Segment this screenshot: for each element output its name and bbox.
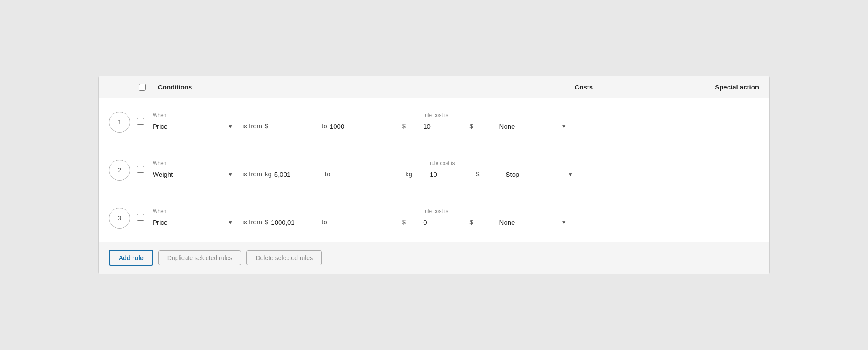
to-unit-label-2: kg: [405, 170, 412, 180]
condition-select-arrow-3: ▼: [228, 220, 233, 226]
special-action-header: Special action: [715, 83, 759, 91]
special-select-1[interactable]: NoneStop: [499, 121, 560, 132]
cost-label-2: rule cost is: [430, 160, 479, 166]
from-unit-label-2: kg: [265, 170, 272, 180]
cost-value-input-2[interactable]: [430, 169, 473, 180]
from-unit-label-3: $: [265, 218, 268, 228]
from-value-input-1[interactable]: [271, 121, 314, 132]
rule-checkbox-1[interactable]: [137, 118, 144, 127]
to-label-2: to: [325, 170, 331, 180]
special-select-arrow-2: ▼: [568, 172, 573, 178]
condition-select-3[interactable]: PriceWeightQuantity: [153, 217, 205, 228]
to-value-input-1[interactable]: [330, 121, 400, 132]
rules-table: Conditions Costs Special action 1 When P…: [98, 76, 770, 274]
special-select-3[interactable]: NoneStop: [499, 217, 560, 228]
select-all-checkbox[interactable]: [139, 84, 146, 91]
to-label-3: to: [321, 218, 327, 228]
when-label-2: When: [153, 160, 236, 166]
rule-number-1: 1: [109, 112, 130, 133]
costs-header: Costs: [574, 83, 593, 91]
when-label-1: When: [153, 112, 236, 118]
to-unit-label-1: $: [402, 122, 406, 132]
rules-container: 1 When PriceWeightQuantity ▼ is f: [99, 98, 769, 242]
to-label-1: to: [321, 122, 327, 132]
conditions-header: Conditions: [158, 83, 192, 91]
condition-select-1[interactable]: PriceWeightQuantity: [153, 121, 205, 132]
rule-row-3: 3 When PriceWeightQuantity ▼ is f: [99, 194, 769, 242]
cost-unit-label-1: $: [469, 122, 473, 132]
cost-value-input-3[interactable]: [423, 217, 467, 228]
to-value-input-2[interactable]: [333, 169, 403, 180]
rule-checkbox-3[interactable]: [137, 214, 144, 223]
cost-label-3: rule cost is: [423, 208, 473, 214]
when-label-3: When: [153, 208, 236, 214]
rule-checkbox-2[interactable]: [137, 166, 144, 175]
is-from-label-2: is from: [243, 170, 262, 180]
delete-rules-button[interactable]: Delete selected rules: [246, 250, 322, 265]
condition-select-arrow-1: ▼: [228, 124, 233, 130]
cost-value-input-1[interactable]: [423, 121, 467, 132]
rule-1-checkbox[interactable]: [137, 118, 144, 125]
condition-select-wrapper-1: PriceWeightQuantity ▼: [153, 121, 236, 132]
is-from-label-3: is from: [243, 218, 262, 228]
condition-select-wrapper-3: PriceWeightQuantity ▼: [153, 217, 236, 228]
from-value-input-2[interactable]: [274, 169, 318, 180]
is-from-label-1: is from: [243, 122, 262, 132]
rule-2-checkbox[interactable]: [137, 166, 144, 173]
special-select-2[interactable]: NoneStop: [506, 169, 567, 180]
cost-unit-label-2: $: [476, 170, 479, 180]
condition-select-wrapper-2: PriceWeightQuantity ▼: [153, 169, 236, 180]
duplicate-rules-button[interactable]: Duplicate selected rules: [158, 250, 242, 265]
special-select-wrapper-1: NoneStop ▼: [499, 121, 569, 132]
to-value-input-3[interactable]: [330, 217, 400, 228]
from-unit-label-1: $: [265, 122, 268, 132]
header-checkbox-area: Conditions: [109, 83, 205, 91]
condition-select-arrow-2: ▼: [228, 172, 233, 178]
header-row: Conditions Costs Special action: [99, 76, 769, 98]
rule-row-2: 2 When PriceWeightQuantity ▼ is f: [99, 146, 769, 194]
condition-select-2[interactable]: PriceWeightQuantity: [153, 169, 205, 180]
to-unit-label-3: $: [402, 218, 406, 228]
special-select-wrapper-3: NoneStop ▼: [499, 217, 569, 228]
cost-unit-label-3: $: [469, 218, 473, 228]
special-select-wrapper-2: NoneStop ▼: [506, 169, 576, 180]
rule-number-3: 3: [109, 208, 130, 229]
add-rule-button[interactable]: Add rule: [109, 250, 153, 266]
rule-number-2: 2: [109, 160, 130, 181]
special-select-arrow-3: ▼: [561, 220, 567, 226]
cost-label-1: rule cost is: [423, 112, 473, 118]
rule-row-1: 1 When PriceWeightQuantity ▼ is f: [99, 98, 769, 146]
rule-3-checkbox[interactable]: [137, 214, 144, 221]
footer-row: Add rule Duplicate selected rules Delete…: [99, 242, 769, 274]
from-value-input-3[interactable]: [271, 217, 314, 228]
special-select-arrow-1: ▼: [561, 124, 567, 130]
